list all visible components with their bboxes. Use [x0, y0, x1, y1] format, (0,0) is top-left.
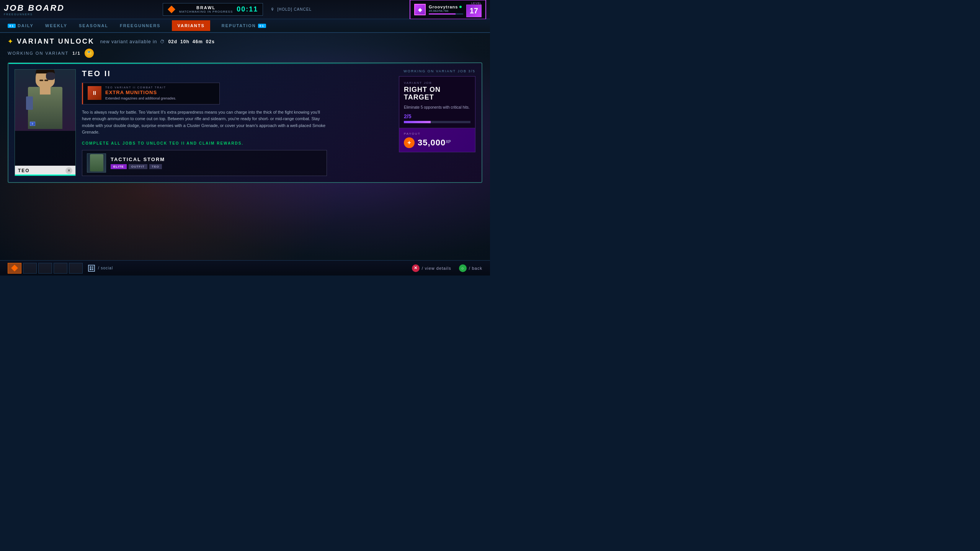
character-close-button[interactable]: ✕	[65, 167, 72, 174]
view-details-action[interactable]: ✕ / view details	[412, 264, 451, 272]
tab-seasonal-label: SEASONAL	[79, 23, 108, 28]
countdown-hours: 10h	[180, 39, 189, 44]
vj-working-label: WORKING ON VARIANT JOB	[403, 69, 467, 73]
character-name: TEO	[18, 168, 30, 173]
brawl-text: BRAWL MATCHMAKING IN PROGRESS	[179, 5, 233, 13]
nav-tabs: 41 DAILY WEEKLY SEASONAL FREEGUNNERS VAR…	[0, 19, 490, 33]
payout-unit: XP	[446, 139, 451, 143]
profile-name: Groovytrans	[429, 5, 463, 9]
variant-job-panel: WORKING ON VARIANT JOB 3/5 VARIANT JOB R…	[399, 69, 475, 176]
card-inner: II TEO ✕ TEO II II TEO VARIANT II COMBAT…	[15, 69, 475, 176]
logo-subtitle: FREEGUNNERS	[4, 13, 65, 16]
brawl-icon	[168, 6, 175, 13]
trait-description: Extended magazines and additional grenad…	[105, 96, 215, 101]
tab-weekly-label: WEEKLY	[45, 23, 67, 28]
character-title: TEO II	[82, 69, 393, 78]
variant-job-header: WORKING ON VARIANT JOB 3/5	[399, 69, 475, 73]
trait-icon: II	[88, 86, 101, 100]
view-details-text: / view details	[422, 266, 451, 271]
profile-xp: 45,982/58,788	[429, 9, 463, 13]
job-title-line2: TARGET	[404, 93, 434, 101]
bottom-bar: / social ✕ / view details ○ / back	[0, 260, 490, 276]
job-title: RIGHT ON TARGET	[404, 86, 470, 101]
main-card: II TEO ✕ TEO II II TEO VARIANT II COMBAT…	[8, 62, 482, 183]
tab-reputation[interactable]: REPUTATION 01	[222, 20, 266, 31]
logo-area: JOB BOARD FREEGUNNERS	[4, 3, 65, 16]
profile-info: Groovytrans 45,982/58,788	[429, 5, 463, 15]
social-button[interactable]: / social	[88, 265, 113, 272]
trait-name-p2: MUNITIONS	[126, 90, 157, 95]
profile-area: ◆ Groovytrans 45,982/58,788 LEVEL 17	[410, 0, 486, 20]
payout-amount-row: + 35,000XP	[404, 137, 470, 148]
social-text: / social	[98, 266, 113, 270]
bottom-right: ✕ / view details ○ / back	[412, 264, 482, 272]
circle-button-icon: ○	[459, 264, 467, 272]
trait-label: TEO VARIANT II COMBAT TRAIT	[105, 86, 215, 89]
back-text: / back	[469, 266, 482, 271]
variant-icon: ✦	[8, 38, 14, 45]
online-indicator	[459, 6, 462, 8]
bottom-tab-3[interactable]	[38, 263, 52, 274]
variant-title-text: VARIANT UNLOCK	[17, 37, 95, 46]
job-payout: PAYOUT + 35,000XP	[399, 128, 475, 152]
job-title-line1: RIGHT ON	[404, 86, 441, 93]
bottom-tab-5[interactable]	[69, 263, 83, 274]
back-action[interactable]: ○ / back	[459, 264, 482, 272]
bottom-tab-active[interactable]	[8, 263, 21, 274]
payout-label: PAYOUT	[404, 132, 470, 135]
tag-outfit: Outfit	[129, 164, 147, 169]
tab-freegunners[interactable]: FREEGUNNERS	[120, 20, 160, 31]
xp-fill	[429, 13, 456, 15]
cancel-text: [hold] cancel	[277, 7, 312, 11]
bottom-tab-4[interactable]	[54, 263, 67, 274]
social-icon	[88, 265, 95, 272]
variant-countdown: new variant available in ⏱ 02d 10h 46m 0…	[100, 39, 215, 44]
tab-reputation-label: REPUTATION	[222, 23, 256, 28]
working-label: WORKING ON VARIANT	[8, 51, 69, 55]
countdown-minutes: 46m	[193, 39, 203, 44]
variant-header: ✦ VARIANT UNLOCK new variant available i…	[8, 37, 482, 46]
tab-seasonal[interactable]: SEASONAL	[79, 20, 108, 31]
cancel-button[interactable]: 🎙 [hold] cancel	[271, 7, 312, 11]
variant-title: ✦ VARIANT UNLOCK	[8, 37, 95, 46]
character-description: Teo is always ready for battle. Teo Vari…	[82, 109, 327, 136]
reputation-badge: 01	[258, 24, 266, 28]
brawl-info: BRAWL MATCHMAKING IN PROGRESS 00:11	[163, 3, 263, 16]
job-progress-fill	[404, 121, 431, 123]
tab-daily[interactable]: 41 DAILY	[8, 20, 34, 31]
top-bar: JOB BOARD FREEGUNNERS BRAWL MATCHMAKING …	[0, 0, 490, 19]
tab-daily-label: DAILY	[18, 23, 34, 28]
vj-working-progress: 3/5	[468, 69, 475, 73]
profile-avatar: ◆	[414, 4, 426, 15]
bottom-left: / social	[8, 263, 113, 274]
level-badge: 17	[466, 5, 482, 17]
variant-job-card: VARIANT JOB RIGHT ON TARGET Eliminate 5 …	[399, 76, 475, 152]
trait-name-p1: EXTRA	[105, 90, 124, 95]
trait-name: EXTRA MUNITIONS	[105, 90, 215, 95]
bottom-tab-icon	[11, 265, 18, 272]
brawl-title: BRAWL	[179, 5, 233, 10]
countdown-days: 02d	[168, 39, 177, 44]
job-type-label: VARIANT JOB	[404, 81, 470, 85]
brawl-status: MATCHMAKING IN PROGRESS	[179, 10, 233, 13]
reward-tags: Elite Outfit Teo	[111, 164, 322, 169]
reward-info: TACTICAL STORM Elite Outfit Teo	[111, 156, 322, 169]
tab-variants[interactable]: VARIANTS	[172, 20, 210, 31]
payout-value-display: 35,000XP	[418, 138, 451, 148]
mic-icon: 🎙	[271, 7, 275, 11]
tab-weekly[interactable]: WEEKLY	[45, 20, 67, 31]
tab-variants-label: VARIANTS	[177, 23, 204, 28]
reward-figure-icon	[90, 154, 103, 171]
x-button-icon: ✕	[412, 264, 420, 272]
bottom-tab-2[interactable]	[23, 263, 37, 274]
working-on-variant: WORKING ON VARIANT 1/1 🏅	[8, 49, 482, 58]
character-bottom-accent	[15, 174, 75, 176]
character-portrait: II	[15, 70, 75, 131]
level-label: LEVEL	[466, 2, 482, 5]
logo-title: JOB BOARD	[4, 3, 65, 13]
character-card: II TEO ✕	[15, 69, 76, 176]
reward-thumbnail	[87, 153, 106, 173]
job-card-header: VARIANT JOB RIGHT ON TARGET Eliminate 5 …	[399, 77, 475, 128]
top-bar-center: BRAWL MATCHMAKING IN PROGRESS 00:11 🎙 [h…	[65, 3, 410, 16]
complete-message: COMPLETE ALL JOBS TO UNLOCK TEO II AND C…	[82, 141, 393, 145]
